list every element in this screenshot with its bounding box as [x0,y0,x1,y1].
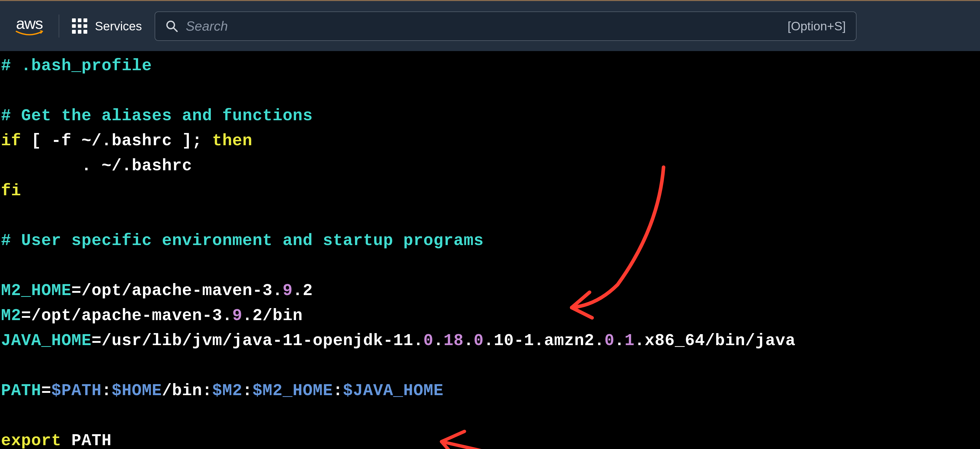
keyword-fi: fi [1,182,21,200]
comment-line: # Get the aliases and functions [1,107,313,125]
search-shortcut-hint: [Option+S] [788,19,846,33]
var-m2: M2 [1,307,21,325]
var-m2-home: M2_HOME [1,282,72,300]
aws-logo-text: aws [16,16,43,32]
services-grid-icon [72,18,87,34]
aws-logo[interactable]: aws [15,14,59,38]
source-line: . ~/.bashrc [1,157,192,175]
condition-text: [ -f ~/.bashrc ]; [21,132,212,150]
search-container[interactable]: [Option+S] [155,11,856,41]
search-input[interactable] [186,18,780,34]
aws-console-header: aws Services [Option+S] [0,0,980,51]
search-icon [165,20,178,32]
terminal-editor-content[interactable]: # .bash_profile # Get the aliases and fu… [0,51,980,449]
svg-line-1 [173,27,177,32]
keyword-then: then [212,132,253,150]
services-button[interactable]: Services [72,18,142,34]
code-block: # .bash_profile # Get the aliases and fu… [1,54,979,449]
comment-line: # .bash_profile [1,57,152,75]
var-path: PATH [1,382,41,400]
aws-smile-icon [15,30,43,37]
comment-line: # User specific environment and startup … [1,231,484,250]
var-java-home: JAVA_HOME [1,331,92,350]
keyword-if: if [1,132,21,150]
keyword-export: export [1,431,61,449]
services-label: Services [95,19,142,33]
